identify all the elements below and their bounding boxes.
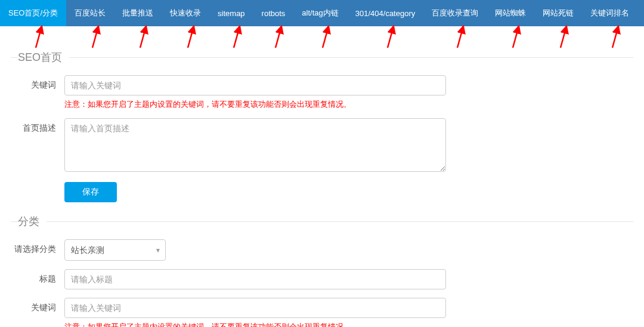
content-area: SEO首页 关键词 注意：如果您开启了主题内设置的关键词，请不要重复该功能否则会… (0, 26, 644, 327)
section-category: 分类 (11, 214, 633, 229)
nav-tab-4[interactable]: sitemap (209, 0, 253, 26)
desc-textarea[interactable] (64, 118, 446, 172)
keyword-warning: 注意：如果您开启了主题内设置的关键词，请不要重复该功能否则会出现重复情况。 (64, 99, 446, 110)
nav-tab-11[interactable]: 关键词排名 (582, 0, 637, 26)
nav-tab-7[interactable]: 301/404/category (347, 0, 423, 26)
nav-tab-3[interactable]: 快速收录 (162, 0, 209, 26)
nav-tab-9[interactable]: 网站蜘蛛 (487, 0, 534, 26)
keyword-label: 关键词 (11, 75, 64, 91)
category-label: 请选择分类 (11, 239, 64, 255)
save-button[interactable]: 保存 (64, 182, 117, 202)
nav-tab-8[interactable]: 百度收录查询 (423, 0, 487, 26)
top-nav: SEO首页/分类百度站长批量推送快速收录sitemaprotbotsalt/ta… (0, 0, 644, 26)
category-select[interactable]: 站长亲测 (64, 239, 166, 261)
cat-keyword-label: 关键词 (11, 298, 64, 313)
nav-tab-0[interactable]: SEO首页/分类 (0, 0, 66, 26)
nav-tab-6[interactable]: alt/tag内链 (293, 0, 346, 26)
desc-label: 首页描述 (11, 118, 64, 134)
nav-tab-10[interactable]: 网站死链 (534, 0, 582, 26)
title-input[interactable] (64, 269, 446, 289)
nav-tab-1[interactable]: 百度站长 (66, 0, 114, 26)
nav-tab-2[interactable]: 批量推送 (114, 0, 162, 26)
nav-tab-5[interactable]: rotbots (253, 0, 294, 26)
section-legend: SEO首页 (18, 50, 69, 64)
title-label: 标题 (11, 269, 64, 285)
section-legend: 分类 (18, 214, 47, 229)
cat-keyword-warning: 注意：如果您开启了主题内设置的关键词，请不要重复该功能否则会出现重复情况。 (64, 322, 446, 327)
section-seo-home: SEO首页 (11, 50, 633, 64)
cat-keyword-input[interactable] (64, 298, 446, 318)
keyword-input[interactable] (64, 75, 446, 95)
